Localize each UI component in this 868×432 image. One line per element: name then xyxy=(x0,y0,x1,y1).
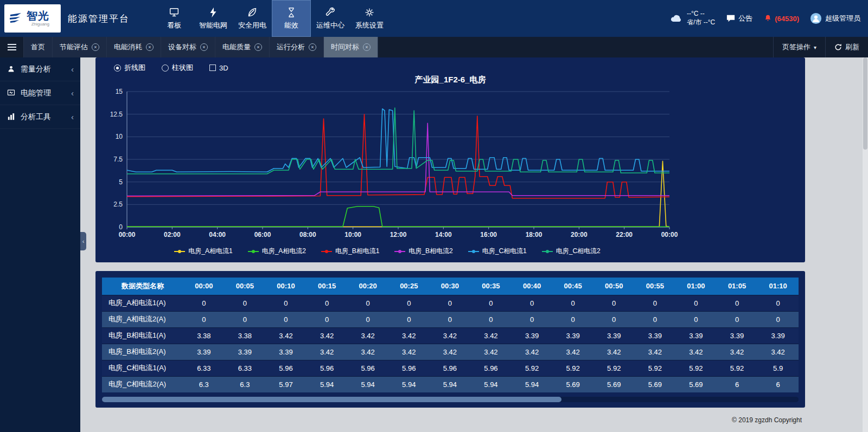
sidebar-item-energy-management[interactable]: 电能管理 ‹ xyxy=(0,81,80,105)
svg-text:16:00: 16:00 xyxy=(480,231,497,238)
svg-text:2.5: 2.5 xyxy=(113,201,123,208)
user-menu[interactable]: 超级管理员 xyxy=(810,12,860,24)
legend-item[interactable]: 电房_B相电流1 xyxy=(321,247,379,256)
value-cell: 5.92 xyxy=(717,360,758,376)
table-header-row: 数据类型名称00:0000:0500:1000:1500:2000:2500:3… xyxy=(102,278,799,295)
chart-type-line-radio[interactable]: 折线图 xyxy=(114,63,145,73)
close-icon[interactable]: × xyxy=(363,43,371,51)
notice-label: 公告 xyxy=(738,14,752,23)
value-cell: 0 xyxy=(225,311,266,327)
value-cell: 3.42 xyxy=(347,327,388,344)
tab-time-benchmark[interactable]: 时间对标 × xyxy=(324,37,378,57)
tab-power-consumption[interactable]: 电能消耗 × xyxy=(107,37,161,57)
checkbox-icon xyxy=(209,65,216,71)
tab-power-quality[interactable]: 电能质量 × xyxy=(215,37,270,57)
nav-item-system-settings[interactable]: 系统设置 xyxy=(350,0,389,37)
close-icon[interactable]: × xyxy=(309,43,316,51)
chevron-left-icon: ‹ xyxy=(71,88,74,98)
tab-operation-analysis[interactable]: 运行分析 × xyxy=(270,37,324,57)
refresh-button[interactable]: 刷新 xyxy=(825,37,868,57)
app-header: 智光 Zhiguang 能源管理平台 看板 智能电网 安全用电 xyxy=(0,0,868,37)
tab-label: 节能评估 xyxy=(60,42,88,52)
value-cell: 3.42 xyxy=(265,327,307,344)
value-cell: 3.42 xyxy=(388,344,430,360)
vertical-scrollbar[interactable] xyxy=(863,57,868,432)
value-cell: 5.92 xyxy=(675,360,717,376)
value-cell: 0 xyxy=(593,311,635,327)
value-cell: 5.94 xyxy=(470,376,512,392)
legend-item[interactable]: 电房_C相电流1 xyxy=(468,247,527,256)
close-icon[interactable]: × xyxy=(92,43,99,51)
person-chart-icon xyxy=(7,65,16,74)
tab-device-benchmark[interactable]: 设备对标 × xyxy=(161,37,215,57)
tab-operations-button[interactable]: 页签操作 ▾ xyxy=(773,37,825,57)
user-name: 超级管理员 xyxy=(825,14,860,23)
chart-type-controls: 折线图 柱状图 3D xyxy=(105,61,795,73)
tab-strip: 首页 节能评估 × 电能消耗 × 设备对标 × 电能质量 × 运行分析 × 时间… xyxy=(24,37,378,57)
table-header-cell: 01:00 xyxy=(675,278,717,295)
svg-text:08:00: 08:00 xyxy=(299,231,316,238)
line-chart[interactable]: 02.557.51012.51500:0002:0004:0006:0008:0… xyxy=(105,86,780,244)
value-cell: 0 xyxy=(225,295,266,311)
close-icon[interactable]: × xyxy=(200,43,208,51)
cloud-icon xyxy=(669,13,684,24)
scrollbar-thumb[interactable] xyxy=(863,57,867,150)
sidebar-item-analysis-tools[interactable]: 分析工具 ‹ xyxy=(0,105,80,129)
scrollbar-thumb[interactable] xyxy=(102,397,561,402)
checkbox-label: 3D xyxy=(219,64,228,72)
legend-label: 电房_B相电流1 xyxy=(335,247,379,256)
value-cell: 3.39 xyxy=(635,327,676,344)
sidebar-toggle-button[interactable] xyxy=(0,37,24,57)
close-icon[interactable]: × xyxy=(146,43,154,51)
nav-item-safe-power[interactable]: 安全用电 xyxy=(233,0,272,37)
weather-widget: --°C -- 省/市 --°C xyxy=(669,10,715,27)
svg-text:15: 15 xyxy=(116,88,123,95)
legend-item[interactable]: 电房_B相电流2 xyxy=(394,247,452,256)
energy-board-icon xyxy=(7,88,16,98)
tab-energy-saving-eval[interactable]: 节能评估 × xyxy=(53,37,107,57)
value-cell: 0 xyxy=(552,311,593,327)
legend-item[interactable]: 电房_A相电流1 xyxy=(174,247,232,256)
sidebar-collapse-handle[interactable]: ‹ xyxy=(80,232,86,250)
svg-text:00:00: 00:00 xyxy=(661,231,678,238)
tab-home[interactable]: 首页 xyxy=(24,37,53,57)
chart-3d-checkbox[interactable]: 3D xyxy=(209,64,228,72)
table-row: 电房_B相电流2(A)3.393.393.393.423.423.423.423… xyxy=(102,344,799,360)
table-header-cell: 01:10 xyxy=(757,278,799,295)
tab-actions: 页签操作 ▾ 刷新 xyxy=(773,37,868,57)
legend-marker-icon xyxy=(468,251,479,252)
nav-item-label: 运维中心 xyxy=(316,21,344,30)
value-cell: 0 xyxy=(757,311,799,327)
nav-item-smart-grid[interactable]: 智能电网 xyxy=(194,0,233,37)
legend-label: 电房_A相电流1 xyxy=(188,247,232,256)
legend-item[interactable]: 电房_C相电流2 xyxy=(542,247,601,256)
chart-type-bar-radio[interactable]: 柱状图 xyxy=(162,63,193,73)
value-cell: 5.92 xyxy=(552,360,593,376)
value-cell: 5.94 xyxy=(512,376,553,392)
horizontal-scrollbar[interactable] xyxy=(102,397,799,402)
close-icon[interactable]: × xyxy=(254,43,262,51)
nav-item-energy-efficiency[interactable]: 能效 xyxy=(272,0,311,37)
value-cell: 0 xyxy=(757,295,799,311)
nav-item-ops-center[interactable]: 运维中心 xyxy=(311,0,350,37)
value-cell: 0 xyxy=(635,295,676,311)
table-header-cell: 00:20 xyxy=(347,278,388,295)
notice-button[interactable]: 公告 xyxy=(726,14,752,23)
app-logo[interactable]: 智光 Zhiguang xyxy=(4,4,61,33)
row-name-cell: 电房_C相电流2(A) xyxy=(102,376,183,392)
sidebar-item-demand-analysis[interactable]: 需量分析 ‹ xyxy=(0,57,80,81)
value-cell: 0 xyxy=(307,311,348,327)
alarm-button[interactable]: (64530) xyxy=(763,14,799,23)
table-header-cell: 00:35 xyxy=(470,278,512,295)
nav-item-dashboard[interactable]: 看板 xyxy=(155,0,194,37)
table-row: 电房_B相电流1(A)3.383.383.423.423.423.423.423… xyxy=(102,327,799,344)
value-cell: 0 xyxy=(388,311,430,327)
value-cell: 0 xyxy=(183,311,225,327)
svg-text:18:00: 18:00 xyxy=(526,231,542,238)
value-cell: 6.3 xyxy=(225,376,266,392)
legend-item[interactable]: 电房_A相电流2 xyxy=(248,247,306,256)
value-cell: 0 xyxy=(675,295,717,311)
main-layout: 需量分析 ‹ 电能管理 ‹ 分析工具 ‹ ‹ 折线图 xyxy=(0,57,868,432)
value-cell: 5.96 xyxy=(347,360,388,376)
svg-text:06:00: 06:00 xyxy=(254,231,271,238)
